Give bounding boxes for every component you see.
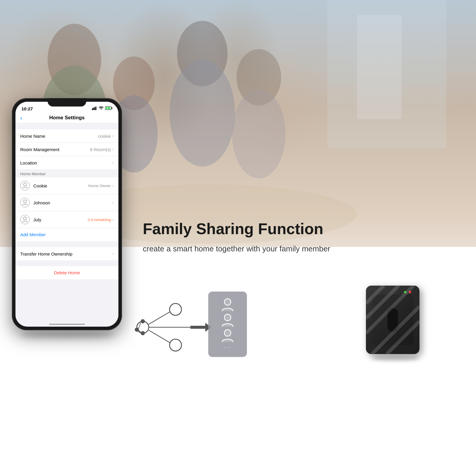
chevron-icon: › [112, 160, 114, 165]
phone-shadow [19, 332, 115, 338]
svg-rect-17 [106, 107, 110, 109]
home-indicator [49, 324, 85, 325]
phone-notch [48, 98, 86, 107]
room-mgmt-label: Room Management [20, 147, 60, 152]
family-section: Family Sharing Function create a smart h… [143, 220, 366, 255]
home-name-label: Home Name [20, 134, 45, 139]
room-mgmt-value: 6 Room(s) › [90, 147, 114, 152]
svg-point-19 [24, 183, 26, 186]
user-icon-1 [220, 297, 235, 312]
delete-label: Delete Home [54, 270, 80, 275]
transfer-label: Transfer Home Ownership [20, 251, 72, 256]
settings-content: Home Name cookie › Room Management 6 Roo… [15, 123, 118, 322]
status-time: 10:27 [21, 106, 33, 111]
member-row-johnson[interactable]: Johnson › [15, 194, 118, 211]
add-member-row[interactable]: Add Member [15, 228, 118, 241]
svg-point-29 [135, 328, 139, 332]
member-badge-july: 3 d remaining [87, 217, 111, 222]
phone-screen: 10:27 [15, 102, 118, 327]
svg-point-30 [141, 331, 145, 335]
svg-rect-16 [112, 107, 112, 109]
user-icon-2 [220, 313, 235, 328]
member-row-july[interactable]: July 3 d remaining › [15, 211, 118, 228]
nav-bar: ‹ Home Settings [15, 112, 118, 123]
chevron-icon: › [112, 200, 114, 205]
member-name-july: July [33, 217, 87, 222]
svg-line-31 [139, 322, 141, 328]
device-shadow [372, 356, 419, 361]
user-icon-3 [220, 328, 235, 343]
svg-line-40 [387, 321, 419, 354]
signal-icon [92, 107, 97, 111]
section-header-members: Home Member [15, 169, 118, 177]
member-avatar-johnson [20, 198, 30, 207]
wifi-icon [99, 107, 104, 111]
back-button[interactable]: ‹ [20, 115, 22, 121]
svg-point-5 [170, 60, 235, 167]
svg-point-23 [170, 303, 181, 315]
svg-line-26 [149, 330, 170, 343]
chevron-icon: › [112, 251, 114, 256]
svg-point-28 [141, 319, 145, 323]
svg-rect-13 [94, 107, 95, 110]
location-row[interactable]: Location › [15, 156, 118, 169]
more-users-dots: ··· [223, 344, 231, 351]
member-avatar-cookie [20, 181, 30, 190]
location-label: Location [20, 160, 37, 165]
svg-point-34 [224, 314, 231, 321]
family-subtitle: create a smart home together with your f… [143, 243, 366, 255]
transfer-group: Transfer Home Ownership › [15, 247, 118, 260]
delete-group: Delete Home [15, 266, 118, 279]
home-name-value: cookie › [98, 133, 114, 139]
add-member-label: Add Member [20, 232, 46, 237]
chevron-icon: › [112, 183, 114, 188]
svg-line-37 [366, 286, 399, 318]
svg-point-21 [24, 217, 26, 220]
home-name-row[interactable]: Home Name cookie › [15, 129, 118, 143]
svg-rect-11 [92, 108, 93, 110]
svg-point-35 [224, 330, 231, 336]
nav-title: Home Settings [49, 115, 84, 121]
family-title: Family Sharing Function [143, 220, 366, 238]
status-icons [92, 106, 112, 111]
member-name-johnson: Johnson [33, 200, 112, 205]
svg-rect-14 [95, 107, 96, 110]
smart-device [366, 286, 425, 363]
member-name-cookie: Cookie [33, 183, 88, 188]
delete-row[interactable]: Delete Home [15, 266, 118, 279]
battery-icon [105, 106, 112, 111]
svg-point-7 [232, 89, 286, 178]
member-badge-cookie: Home Owner [88, 184, 111, 188]
svg-point-24 [170, 339, 181, 351]
chevron-icon: › [112, 147, 114, 152]
users-card: ··· [208, 292, 247, 357]
svg-point-33 [224, 299, 231, 305]
svg-point-20 [24, 200, 26, 203]
settings-group-main: Home Name cookie › Room Management 6 Roo… [15, 129, 118, 169]
chevron-icon: › [112, 133, 114, 139]
member-avatar-july [20, 215, 30, 224]
room-management-row[interactable]: Room Management 6 Room(s) › [15, 143, 118, 156]
transfer-row[interactable]: Transfer Home Ownership › [15, 247, 118, 260]
member-row-cookie[interactable]: Cookie Home Owner › [15, 177, 118, 194]
phone-mockup: 10:27 [12, 98, 122, 440]
members-group: Cookie Home Owner › Johnson › [15, 177, 118, 241]
location-value: › [112, 160, 114, 165]
svg-line-25 [149, 311, 170, 324]
svg-rect-10 [357, 15, 402, 119]
svg-rect-12 [93, 108, 94, 110]
chevron-icon: › [112, 217, 114, 222]
